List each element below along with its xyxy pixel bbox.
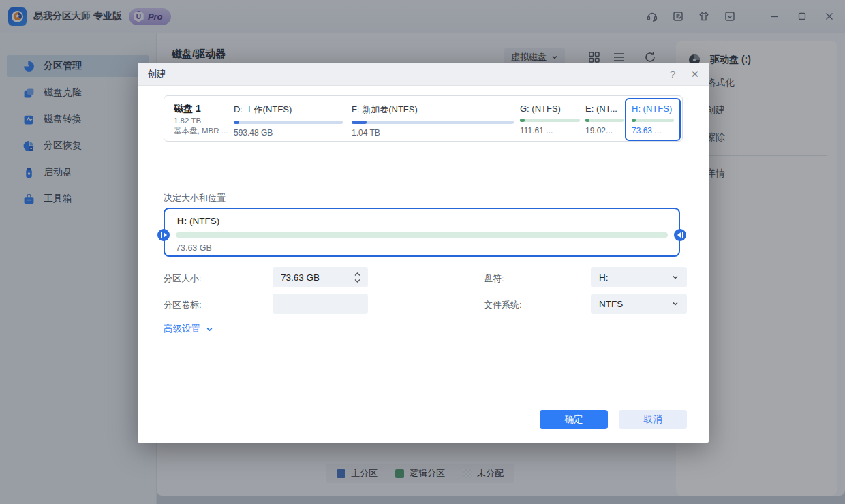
drive-letter-label: 盘符:	[484, 272, 504, 285]
partition-label: G: (NTFS)	[520, 104, 580, 114]
partition-size: 73.63 ...	[632, 126, 674, 136]
partition-size: 1.04 TB	[352, 128, 514, 138]
file-system-select[interactable]: NTFS	[591, 294, 687, 314]
partition-size-label: 分区大小:	[164, 272, 202, 285]
disk-type: 基本盘, MBR ...	[174, 126, 228, 136]
slider-size-value: 73.63 GB	[176, 243, 212, 253]
partition-cell-e[interactable]: E: (NT... 19.02...	[585, 104, 624, 136]
volume-label-label: 分区卷标:	[164, 299, 202, 311]
dialog-header: 创建 ? ✕	[138, 63, 709, 86]
spinner-down-icon[interactable]	[354, 279, 360, 283]
partition-label: E: (NT...	[585, 104, 624, 114]
chevron-down-icon	[206, 326, 213, 333]
drive-letter-value: H:	[599, 272, 609, 283]
slider-track[interactable]	[176, 232, 668, 238]
slider-drive-letter: H:	[177, 216, 187, 226]
cancel-button[interactable]: 取消	[619, 410, 687, 429]
disk-strip: 磁盘 1 1.82 TB 基本盘, MBR ... D: 工作(NTFS) 59…	[164, 95, 683, 142]
slider-filesystem: (NTFS)	[189, 216, 219, 226]
slider-handle-right[interactable]	[674, 229, 686, 241]
partition-label: D: 工作(NTFS)	[234, 104, 343, 116]
size-position-label: 决定大小和位置	[164, 192, 226, 204]
dialog-close-icon[interactable]: ✕	[690, 68, 699, 80]
partition-usage-bar	[585, 119, 624, 122]
spinner-up-icon[interactable]	[354, 272, 360, 277]
slider-partition-label: H: (NTFS)	[177, 216, 219, 226]
partition-usage-bar	[632, 119, 674, 122]
partition-cell-d[interactable]: D: 工作(NTFS) 593.48 GB	[234, 104, 343, 138]
dialog-help-icon[interactable]: ?	[670, 68, 675, 80]
chevron-down-icon	[672, 300, 679, 307]
app-window: ★ 易我分区大师 专业版 U Pro	[0, 0, 845, 504]
partition-label: H: (NTFS)	[632, 104, 674, 114]
partition-size: 593.48 GB	[234, 128, 343, 138]
slider-handle-left[interactable]	[157, 229, 170, 241]
file-system-label: 文件系统:	[484, 299, 522, 311]
chevron-down-icon	[672, 274, 679, 281]
drive-letter-select[interactable]: H:	[591, 267, 687, 287]
advanced-settings-link[interactable]: 高级设置	[164, 323, 213, 335]
partition-usage-bar	[234, 121, 343, 124]
disk-info: 磁盘 1 1.82 TB 基本盘, MBR ...	[174, 103, 228, 136]
ok-button[interactable]: 确定	[540, 410, 608, 429]
partition-size: 19.02...	[585, 126, 624, 136]
dialog-title: 创建	[147, 68, 166, 80]
disk-name: 磁盘 1	[174, 103, 228, 115]
disk-size: 1.82 TB	[174, 116, 228, 125]
partition-label: F: 新加卷(NTFS)	[352, 104, 514, 116]
create-partition-dialog: 创建 ? ✕ 磁盘 1 1.82 TB 基本盘, MBR ... D: 工作(N…	[138, 63, 709, 443]
partition-cell-f[interactable]: F: 新加卷(NTFS) 1.04 TB	[352, 104, 514, 138]
partition-size: 111.61 ...	[520, 126, 580, 136]
partition-cell-h-selected[interactable]: H: (NTFS) 73.63 ...	[625, 98, 681, 141]
file-system-value: NTFS	[599, 299, 623, 309]
partition-usage-bar	[352, 121, 514, 124]
partition-cell-g[interactable]: G: (NTFS) 111.61 ...	[520, 104, 580, 136]
partition-usage-bar	[520, 119, 580, 122]
partition-size-slider: H: (NTFS) 73.63 GB	[164, 208, 680, 257]
volume-label-input[interactable]	[273, 294, 368, 314]
advanced-settings-label: 高级设置	[164, 323, 200, 335]
size-spinner	[353, 267, 361, 287]
